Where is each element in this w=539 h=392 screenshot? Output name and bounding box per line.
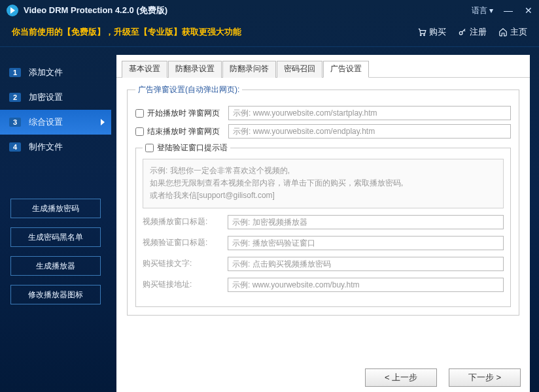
login-hint-legend[interactable]: 登陆验证窗口提示语 <box>143 142 230 154</box>
ad-settings-group: 广告弹窗设置(自动弹出网页): 开始播放时 弹窗网页 结束播放时 弹窗网页 <box>127 84 519 316</box>
step-encrypt-settings[interactable]: 2 加密设置 <box>0 85 111 110</box>
home-link[interactable]: 主页 <box>498 26 527 38</box>
tab-basic[interactable]: 基本设置 <box>122 61 167 78</box>
generate-password-button[interactable]: 生成播放密码 <box>10 199 101 218</box>
step-build-files[interactable]: 4 制作文件 <box>0 135 111 159</box>
step-label: 制作文件 <box>29 141 63 153</box>
language-label: 语言 <box>472 5 487 16</box>
step-label: 添加文件 <box>29 67 63 78</box>
prev-button[interactable]: < 上一步 <box>365 368 437 387</box>
tab-anti-record[interactable]: 防翻录设置 <box>168 61 222 78</box>
next-button[interactable]: 下一步 > <box>449 368 521 387</box>
buy-url-label: 购买链接地址: <box>143 279 228 290</box>
login-hint-checkbox[interactable] <box>145 144 154 152</box>
endplay-url-input[interactable] <box>228 124 511 139</box>
tab-anti-record-qa[interactable]: 防翻录问答 <box>222 61 276 78</box>
home-icon <box>498 27 508 37</box>
login-hint-textarea[interactable]: 示例: 我想你一定会非常喜欢这个视频的, 如果您想无限制查看本视频全部内容，请单… <box>143 159 504 208</box>
ad-group-legend: 广告弹窗设置(自动弹出网页): <box>135 84 242 95</box>
svg-point-0 <box>420 34 421 35</box>
sidebar: 1 添加文件 2 加密设置 3 综合设置 4 制作文件 生成播放密码 生成密码黑… <box>0 47 111 392</box>
verify-title-input[interactable] <box>228 236 504 250</box>
svg-point-1 <box>424 34 425 35</box>
tab-ad-settings[interactable]: 广告设置 <box>323 61 369 78</box>
generate-blacklist-button[interactable]: 生成密码黑名单 <box>10 227 101 247</box>
player-title-input[interactable] <box>228 215 504 229</box>
step-label: 加密设置 <box>29 91 63 103</box>
verify-title-label: 视频验证窗口标题: <box>143 237 228 248</box>
app-logo-icon <box>7 5 18 16</box>
generate-player-button[interactable]: 生成播放器 <box>10 256 101 276</box>
buy-link[interactable]: 购买 <box>417 26 446 38</box>
step-add-files[interactable]: 1 添加文件 <box>0 60 111 85</box>
startplay-checkbox[interactable] <box>135 109 144 118</box>
step-label: 综合设置 <box>29 116 63 128</box>
cart-icon <box>417 27 426 37</box>
titlebar: Video DRM Protection 4.2.0 (免费版) 语言 ▾ — … <box>0 0 539 21</box>
register-link[interactable]: 注册 <box>458 26 487 38</box>
login-hint-group: 登陆验证窗口提示语 示例: 我想你一定会非常喜欢这个视频的, 如果您想无限制查看… <box>135 142 511 307</box>
startplay-checkbox-label[interactable]: 开始播放时 弹窗网页 <box>135 108 224 119</box>
buy-text-input[interactable] <box>228 257 504 271</box>
minimize-button[interactable]: — <box>504 5 513 16</box>
step-general-settings[interactable]: 3 综合设置 <box>0 110 111 135</box>
endplay-checkbox-label[interactable]: 结束播放时 弹窗网页 <box>135 126 224 137</box>
close-button[interactable]: ✕ <box>525 5 532 16</box>
main-panel: 基本设置 防翻录设置 防翻录问答 密码召回 广告设置 广告弹窗设置(自动弹出网页… <box>116 55 530 392</box>
chevron-down-icon: ▾ <box>489 6 493 15</box>
svg-point-2 <box>459 31 462 35</box>
buy-url-input[interactable] <box>228 278 504 292</box>
key-icon <box>458 27 467 37</box>
tab-password-recall[interactable]: 密码召回 <box>277 61 322 78</box>
window-title: Video DRM Protection 4.2.0 (免费版) <box>24 5 167 16</box>
buy-text-label: 购买链接文字: <box>143 258 228 269</box>
endplay-checkbox[interactable] <box>135 127 144 136</box>
language-selector[interactable]: 语言 ▾ <box>472 5 493 16</box>
upgrade-tagline: 你当前使用的【免费版】，升级至【专业版】获取更强大功能 <box>12 26 241 38</box>
modify-player-icon-button[interactable]: 修改播放器图标 <box>10 285 101 304</box>
player-title-label: 视频播放窗口标题: <box>143 216 228 227</box>
tab-bar: 基本设置 防翻录设置 防翻录问答 密码召回 广告设置 <box>116 55 530 78</box>
toolbar: 你当前使用的【免费版】，升级至【专业版】获取更强大功能 购买 注册 主页 <box>0 21 539 47</box>
startplay-url-input[interactable] <box>228 106 511 120</box>
